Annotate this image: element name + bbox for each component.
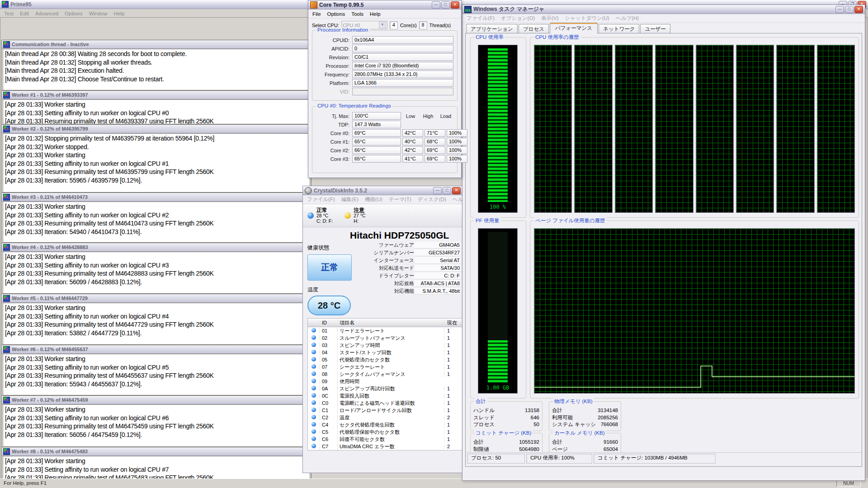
table-row[interactable]: C2温度2 — [308, 414, 462, 421]
task-manager-titlebar[interactable]: Windows タスク マネージャ — □ ✕ — [462, 5, 865, 14]
menu-item-tools[interactable]: Tools — [348, 10, 367, 18]
table-row[interactable]: 09使用時間 — [308, 378, 462, 385]
worker-log: [Apr 28 01:32] Stopping primality test o… — [3, 133, 310, 192]
tab-アプリケーション[interactable]: アプリケーション — [466, 24, 518, 33]
info-value: ATA8-ACS | ATA8 — [414, 280, 461, 287]
child-window-titlebar[interactable]: 21Worker #7 - 0.12% of M46475459 — [2, 396, 311, 404]
menu-item-edit[interactable]: Edit — [17, 10, 32, 17]
attribute-id: C6 — [320, 436, 337, 442]
close-button[interactable]: ✕ — [451, 1, 459, 9]
tab-ユーザー[interactable]: ユーザー — [640, 24, 670, 33]
attribute-id: C0 — [320, 400, 337, 406]
maximize-button[interactable]: □ — [441, 1, 450, 9]
table-row[interactable]: C0電源断による磁気ヘッド退避回数1 — [308, 399, 462, 407]
prime95-child-window: 21Worker #6 - 0.12% of M46455637[Apr 28 … — [1, 345, 311, 396]
menu-item-d[interactable]: ディスク(D) — [415, 195, 449, 204]
tab-プロセス[interactable]: プロセス — [519, 24, 549, 33]
menu-item-u[interactable]: シャットダウン(U) — [562, 14, 613, 23]
core-high-value: 68°C — [425, 138, 445, 145]
menu-item-f[interactable]: ファイル(F) — [304, 195, 338, 204]
table-row[interactable]: 07シークエラーレート1 — [308, 363, 462, 371]
menu-item-help[interactable]: Help — [367, 10, 384, 18]
menu-item-f[interactable]: ファイル(F) — [463, 14, 498, 23]
prime95-child-window: 21Worker #8 - 0.11% of M46475483[Apr 28 … — [1, 447, 311, 479]
attribute-id: 02 — [320, 335, 337, 341]
status-orb-icon — [311, 444, 316, 448]
status-dot-cell — [308, 408, 320, 413]
table-row[interactable]: 01リードエラーレート1 — [308, 327, 462, 334]
tab-パフォーマンス[interactable]: パフォーマンス — [550, 23, 598, 33]
maximize-button[interactable]: □ — [443, 187, 451, 194]
table-row[interactable]: 03スピンアップ時間1 — [308, 342, 462, 349]
log-line: [Apr 28 01:33] Setting affinity to run w… — [5, 414, 308, 422]
menu-item-options[interactable]: Options — [324, 10, 349, 18]
menu-item-e[interactable]: 編集(E) — [338, 195, 362, 204]
menu-item-advanced[interactable]: Advanced — [32, 10, 61, 17]
stat-label: ハンドル — [473, 407, 495, 414]
drive-select-item[interactable]: 注意27 °CH: — [344, 207, 365, 224]
close-button[interactable]: ✕ — [452, 187, 461, 194]
child-window-titlebar[interactable]: 21Worker #2 - 0.12% of M46395799 — [2, 125, 311, 133]
child-window-titlebar[interactable]: 21Worker #6 - 0.12% of M46455637 — [2, 345, 311, 354]
table-row[interactable]: C4セクタ代替処理発生回数1 — [308, 421, 462, 428]
drive-select-item[interactable]: 正常28 °CC: D: F: — [307, 207, 333, 224]
core-load-value: 100% — [447, 138, 467, 145]
table-row[interactable]: 08シークタイムパフォーマンス1 — [308, 371, 462, 378]
core-high-value: 71°C — [425, 129, 445, 137]
attribute-id: C5 — [320, 429, 337, 435]
processor-info-row: Revision:C0/C1 — [316, 53, 453, 61]
status-help-text: For Help, press F1 — [4, 480, 47, 486]
menu-item-u[interactable]: 機能(U) — [362, 195, 386, 204]
child-window-titlebar[interactable]: 21Worker #1 - 0.12% of M46393397 — [2, 91, 311, 99]
child-window-titlebar[interactable]: 21Worker #5 - 0.11% of M46447729 — [2, 294, 311, 303]
table-row[interactable]: C1ロード/アンロードサイクル回数1 — [308, 407, 462, 414]
menu-item-window[interactable]: Window — [86, 10, 111, 17]
stat-label: 制限値 — [473, 446, 489, 453]
status-dot-cell — [308, 357, 320, 362]
menu-item-t[interactable]: テーマ(T) — [386, 195, 415, 204]
tjmax-value: 100°C — [352, 112, 401, 120]
minimize-button[interactable]: — — [835, 6, 844, 13]
child-window-titlebar[interactable]: 21Worker #3 - 0.11% of M46410473 — [2, 193, 311, 202]
minimize-button[interactable]: — — [433, 187, 442, 194]
coretemp-titlebar[interactable]: Core Temp 0.99.5 — □ ✕ — [308, 0, 461, 9]
table-row[interactable]: 04スタート/ストップ回数1 — [308, 349, 462, 356]
info-value: S.M.A.R.T., 48bit — [414, 288, 461, 295]
table-row[interactable]: 0Aスピンアップ再試行回数1 — [308, 385, 462, 392]
tjmax-row: Tj. Max:100°CLowHighLoad — [316, 112, 453, 120]
maximize-button[interactable]: □ — [845, 6, 854, 13]
stat-value: 1055192 — [519, 439, 539, 446]
menu-item-options[interactable]: Options — [61, 10, 86, 17]
disk-model-title: Hitachi HDP725050GL — [303, 227, 462, 242]
table-row[interactable]: 02スループットパフォーマンス1 — [308, 334, 462, 342]
child-window-titlebar[interactable]: 21Worker #8 - 0.11% of M46475483 — [2, 447, 311, 456]
table-row[interactable]: C7UltraDMA CRC エラー数2 — [308, 443, 462, 450]
menu-item-h[interactable]: ヘルプ(H) — [613, 14, 642, 23]
minimize-button[interactable]: — — [432, 1, 440, 9]
worker-log: [Apr 28 01:33] Worker starting[Apr 28 01… — [3, 202, 310, 243]
tab-ネットワーク[interactable]: ネットワーク — [599, 24, 639, 33]
child-window-titlebar[interactable]: 21Worker #4 - 0.12% of M46428883 — [2, 243, 311, 252]
tdp-value: 147.3 Watts — [352, 121, 401, 128]
attribute-id: C7 — [320, 444, 337, 449]
crystaldiskinfo-titlebar[interactable]: CrystalDiskInfo 3.5.2 — □ ✕ — [303, 186, 462, 195]
health-status-button[interactable]: 正常 — [307, 254, 352, 281]
menu-item-v[interactable]: 表示(V) — [538, 14, 561, 23]
table-row[interactable]: 05代替処理済のセクタ数1 — [308, 356, 462, 363]
status-dot-cell — [308, 371, 320, 377]
close-button[interactable]: ✕ — [854, 6, 863, 13]
core-temp-value: 65°C — [352, 155, 401, 163]
menu-item-h[interactable]: ヘルプ(H) — [449, 195, 463, 204]
log-line: [Apr 28 01:33] Iteration: 56056 / 464754… — [5, 431, 308, 439]
table-row[interactable]: C5代替処理保留中のセクタ数1 — [308, 428, 462, 436]
menu-item-test[interactable]: Test — [1, 10, 17, 17]
disk-info-row: 対応機能S.M.A.R.T., 48bit — [356, 287, 461, 295]
menu-item-help[interactable]: Help — [111, 10, 128, 17]
status-orb-icon — [311, 364, 316, 369]
menu-item-file[interactable]: File — [309, 10, 324, 18]
menu-item-o[interactable]: オプション(O) — [498, 14, 538, 23]
child-window-titlebar[interactable]: 21Communication thread - Inactive — [2, 40, 311, 49]
prime95-child-window: 21Worker #2 - 0.12% of M46395799[Apr 28 … — [1, 124, 311, 193]
table-row[interactable]: C6回復不可能セクタ数1 — [308, 436, 462, 443]
table-row[interactable]: 0C電源投入回数1 — [308, 392, 462, 399]
